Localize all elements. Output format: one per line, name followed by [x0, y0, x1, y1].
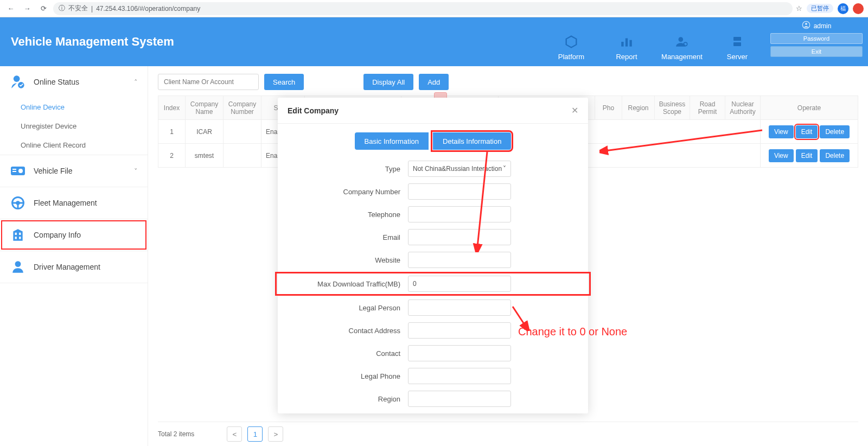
url-separator: |	[91, 5, 93, 12]
svg-point-3	[679, 37, 684, 42]
type-select[interactable]: Not China&Russian Interaction ˅	[408, 161, 511, 177]
tab-details-info[interactable]: Details Information	[433, 132, 511, 150]
sidebar-fleet[interactable]: Fleet Management	[0, 187, 148, 219]
tab-basic-info[interactable]: Basic Information	[355, 132, 429, 150]
pagination: Total 2 items < 1 >	[158, 422, 858, 446]
row-contact: Contact	[278, 345, 588, 361]
chevron-down-icon: ˅	[134, 167, 138, 175]
row-type: Type Not China&Russian Interaction ˅	[278, 161, 588, 177]
legal-phone-input[interactable]	[408, 368, 511, 384]
bar-chart-icon	[599, 32, 654, 52]
star-icon[interactable]: ☆	[796, 4, 802, 12]
edit-button[interactable]: Edit	[796, 125, 818, 138]
sidebar-vehicle-file[interactable]: Vehicle File ˅	[0, 155, 148, 187]
building-icon	[10, 227, 26, 243]
next-page[interactable]: >	[268, 426, 283, 442]
svg-point-9	[14, 75, 20, 82]
nav-management[interactable]: Management	[654, 32, 710, 66]
total-label: Total 2 items	[158, 430, 194, 438]
forward-icon[interactable]: →	[21, 2, 34, 15]
info-icon: ⓘ	[59, 4, 65, 13]
app-title: Vehicle Management System	[0, 17, 174, 66]
paused-pill[interactable]: 已暂停	[807, 4, 833, 13]
chevron-down-icon: ˅	[503, 165, 506, 173]
user-check-icon	[10, 74, 26, 90]
page-1[interactable]: 1	[247, 426, 263, 442]
sidebar-company-info[interactable]: Company Info	[0, 219, 148, 251]
sidebar-online-status[interactable]: Online Status ˄	[0, 66, 148, 98]
svg-line-18	[605, 130, 762, 151]
search-button[interactable]: Search	[264, 74, 304, 90]
svg-rect-0	[621, 42, 623, 47]
contact-address-input[interactable]	[408, 322, 511, 339]
row-legal-person: Legal Person	[278, 300, 588, 316]
display-all-button[interactable]: Display All	[363, 74, 413, 90]
svg-rect-1	[626, 39, 628, 47]
region-input[interactable]	[408, 391, 511, 407]
nav-report[interactable]: Report	[599, 32, 654, 66]
profile-badge[interactable]: 福	[838, 3, 848, 14]
svg-rect-6	[733, 42, 741, 46]
edit-button[interactable]: Edit	[796, 149, 818, 162]
row-website: Website	[278, 252, 588, 268]
url-text: 47.254.43.106/#/operation/company	[96, 5, 200, 12]
annotation-arrow-edit	[599, 125, 768, 157]
svg-rect-5	[733, 37, 741, 41]
sidebar-online-device[interactable]: Online Device	[21, 98, 148, 117]
row-legal-phone: Legal Phone	[278, 368, 588, 384]
annotation-arrow-details	[472, 149, 494, 252]
extension-icon[interactable]	[853, 3, 864, 14]
company-number-input[interactable]	[408, 183, 511, 200]
user-panel: admin Password Exit	[765, 17, 868, 66]
search-input[interactable]	[158, 74, 259, 90]
svg-line-19	[477, 152, 487, 247]
close-icon[interactable]: ✕	[571, 105, 578, 116]
svg-point-14	[18, 169, 23, 173]
telephone-input[interactable]	[408, 206, 511, 222]
row-max-download: Max Download Traffic(MB)	[278, 275, 588, 293]
driver-icon	[10, 259, 26, 275]
sidebar: Online Status ˄ Online Device Unregister…	[0, 66, 148, 446]
email-input[interactable]	[408, 229, 511, 245]
main-nav: Platform Report Management Server	[544, 17, 765, 66]
legal-person-input[interactable]	[408, 300, 511, 316]
browser-chrome: ← → ⟳ ⓘ 不安全 | 47.254.43.106/#/operation/…	[0, 0, 868, 17]
svg-rect-2	[629, 40, 631, 47]
back-icon[interactable]: ←	[4, 2, 17, 15]
row-email: Email	[278, 229, 588, 245]
sidebar-unregister-device[interactable]: Unregister Device	[21, 117, 148, 136]
nav-platform[interactable]: Platform	[544, 32, 599, 66]
svg-rect-12	[12, 169, 16, 170]
toolbar: Search Display All Add	[158, 74, 858, 90]
add-button[interactable]: Add	[419, 74, 449, 90]
app-header: Vehicle Management System Platform Repor…	[0, 17, 868, 66]
cube-icon	[544, 32, 599, 52]
username: admin	[814, 22, 832, 30]
delete-button[interactable]: Delete	[820, 125, 850, 138]
sidebar-online-client-record[interactable]: Online Client Record	[21, 136, 148, 155]
svg-line-20	[513, 307, 525, 326]
sidebar-driver[interactable]: Driver Management	[0, 251, 148, 283]
svg-point-8	[805, 23, 807, 25]
row-telephone: Telephone	[278, 206, 588, 222]
exit-button[interactable]: Exit	[770, 46, 863, 57]
view-button[interactable]: View	[769, 149, 794, 162]
delete-button[interactable]: Delete	[820, 149, 850, 162]
contact-input[interactable]	[408, 345, 511, 361]
password-button[interactable]: Password	[770, 33, 863, 44]
server-icon	[710, 32, 765, 52]
modal-title: Edit Company	[288, 106, 339, 115]
row-region: Region	[278, 391, 588, 407]
prev-page[interactable]: <	[227, 426, 242, 442]
nav-server[interactable]: Server	[710, 32, 765, 66]
view-button[interactable]: View	[769, 125, 794, 138]
user-avatar-icon	[802, 21, 810, 31]
max-download-input[interactable]	[408, 276, 511, 292]
row-company-number: Company Number	[278, 183, 588, 200]
website-input[interactable]	[408, 252, 511, 268]
annotation-text: Change it to 0 or None	[518, 326, 627, 338]
svg-point-17	[15, 261, 21, 267]
reload-icon[interactable]: ⟳	[37, 2, 50, 15]
chevron-up-icon: ˄	[134, 78, 138, 86]
url-bar[interactable]: ⓘ 不安全 | 47.254.43.106/#/operation/compan…	[53, 2, 793, 15]
